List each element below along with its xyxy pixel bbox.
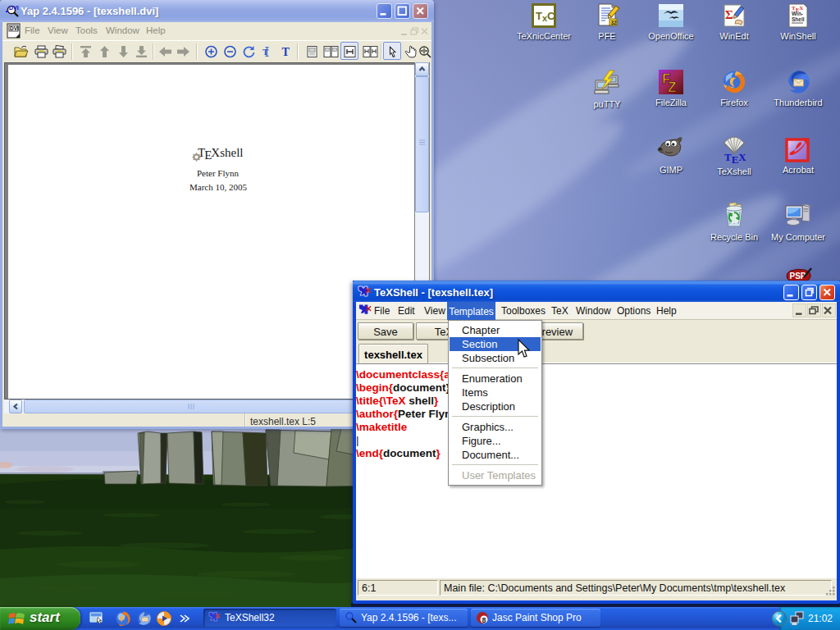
svg-text:Z: Z	[668, 80, 676, 95]
svg-text:Shell: Shell	[792, 16, 805, 22]
svg-text:TEX: TEX	[724, 151, 746, 164]
svg-text:Win-: Win-	[792, 11, 803, 16]
svg-text:DVI: DVI	[9, 5, 19, 11]
svg-text:32: 32	[611, 20, 618, 25]
svg-text:T: T	[262, 47, 269, 57]
svg-text:T: T	[282, 46, 290, 58]
svg-text:8: 8	[482, 616, 486, 624]
svg-text:Σ: Σ	[725, 8, 733, 21]
svg-text:DVI: DVI	[10, 25, 19, 31]
